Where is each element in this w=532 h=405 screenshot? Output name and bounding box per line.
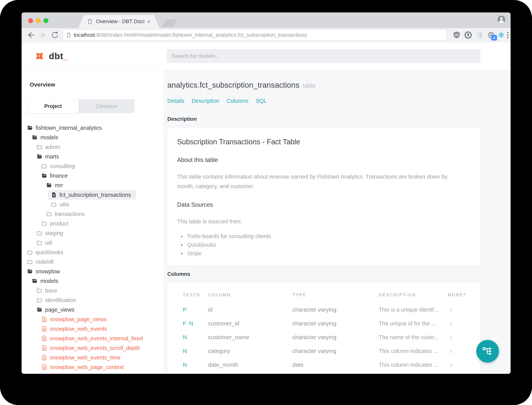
tab-close-icon[interactable]: × [147,19,151,25]
tree-item-transactions[interactable]: transactions [22,209,164,219]
tree-item-label: util [45,240,52,246]
tree-item-consulting[interactable]: consulting [22,161,164,171]
tree-item-label: snowplow_web_events [50,326,107,332]
tree-item-label: admin [45,144,60,150]
snowflake-extension-icon[interactable]: ❄ [498,31,505,39]
expand-chevron-icon[interactable]: › [448,333,472,341]
column-name: category [208,348,292,354]
dbt-logo[interactable]: dbt_ [33,50,68,62]
tree-item-snowplow_web_events[interactable]: snowplow_web_events [22,324,164,334]
folder-open-icon [27,125,33,131]
expand-chevron-icon[interactable]: › [448,319,472,327]
tree-item-snowplow_web_events_internal_fixed[interactable]: snowplow_web_events_internal_fixed [22,334,164,343]
nav-link-description[interactable]: Description [192,98,219,104]
browser-menu-icon[interactable] [507,32,508,38]
tree-item-utils[interactable]: utils [22,200,164,209]
tree-item-admin[interactable]: admin [22,142,164,152]
tree-item-identification[interactable]: identification [22,295,164,305]
tree-item-label: page_views [45,307,74,313]
sidebar: Overview Project Database fishtown_inter… [22,70,164,373]
back-button[interactable] [26,31,35,39]
sidebar-tab-switcher: Project Database [27,99,134,113]
tree-item-finance[interactable]: finance [22,171,164,181]
close-window-button[interactable] [28,18,33,23]
nav-link-details[interactable]: Details [167,98,184,104]
folder-closed-icon [46,211,52,217]
data-sources-intro: This table is sourced from: [177,217,460,226]
nav-link-sql[interactable]: SQL [256,98,267,104]
tree-item-snowplow_web_page_context[interactable]: snowplow_web_page_context [22,362,164,372]
column-row-date_month[interactable]: Ndate_monthdateThis column indicates ...… [183,358,472,372]
sidebar-title[interactable]: Overview [30,81,164,88]
tree-item-models[interactable]: models [22,133,164,142]
tab-project[interactable]: Project [27,99,79,113]
forward-button[interactable] [39,31,47,39]
search-input[interactable] [167,49,480,63]
tree-item-label: base [45,288,57,294]
tree-item-models[interactable]: models [22,276,164,286]
tree-item-redshift[interactable]: redshift [22,257,164,267]
folder-open-icon [32,135,38,140]
browser-window: Overview - DBT Docs × loca [22,13,511,374]
expand-chevron-icon[interactable]: › [448,347,472,355]
tree-item-product[interactable]: product [22,219,164,228]
onepassword-extension-icon[interactable] [464,31,472,39]
tree-item-label: quickbooks [36,249,63,256]
new-tab-button[interactable] [162,19,177,27]
reload-button[interactable] [51,31,59,39]
browser-tab[interactable]: Overview - DBT Docs × [78,15,160,28]
url-bar[interactable]: localhost:8080/index.html#!/model/model.… [63,29,447,40]
lineage-graph-button[interactable] [476,340,499,363]
folder-open-icon [32,278,38,284]
window-controls [28,18,48,23]
tree-item-label: snowplow_web_events_scroll_depth [50,345,140,351]
folder-open-icon [37,307,42,313]
tab-title: Overview - DBT Docs [96,19,144,25]
tree-item-staging[interactable]: staging [22,228,164,238]
desktop-background: Overview - DBT Docs × loca [0,0,532,405]
file-red-icon [41,326,47,332]
tree-item-fishtown_internal_analytics[interactable]: fishtown_internal_analytics [22,123,164,133]
column-name: id [208,306,292,313]
tree-item-quickbooks[interactable]: quickbooks [22,248,164,257]
tree-item-util[interactable]: util [22,238,164,248]
maximize-window-button[interactable] [43,18,48,23]
nav-link-columns[interactable]: Columns [227,98,248,104]
profile-avatar-icon[interactable] [497,15,506,24]
expand-chevron-icon[interactable]: › [448,306,472,314]
ublock-extension-icon[interactable]: uO [453,31,461,39]
expand-chevron-icon[interactable]: › [448,361,472,369]
data-sources-list: Trello boards for consulting clients Qui… [185,232,471,258]
tree-item-snowplow_web_events_scroll_depth[interactable]: snowplow_web_events_scroll_depth [22,343,164,353]
column-row-category[interactable]: Ncategorycharacter varyingThis column in… [183,344,472,358]
tree-item-mrr[interactable]: mrr [22,181,164,190]
tree-item-label: snowplow_web_page_context [50,364,124,370]
lineage-graph-icon [481,345,494,357]
tree-item-snowplow_web_events_time[interactable]: snowplow_web_events_time [22,353,164,362]
tree-item-snowplow[interactable]: snowplow [22,267,164,276]
column-description: The name of the custo... [379,334,448,340]
folder-closed-icon [41,221,47,226]
column-tests: P [183,306,208,313]
folder-closed-icon [37,230,42,236]
dbt-logo-icon [33,50,46,62]
tree-item-page_views[interactable]: page_views [22,305,164,314]
tree-item-base[interactable]: base [22,286,164,295]
minimize-window-button[interactable] [36,18,41,23]
tree-item-snowplow_page_views[interactable]: snowplow_page_views [22,314,164,324]
column-tests: F N [183,320,208,327]
opera-extension-icon[interactable] [476,31,484,39]
tab-database[interactable]: Database [79,99,134,113]
tree-item-fct_subscription_transactions[interactable]: fct_subscription_transactions [22,190,164,200]
column-row-id[interactable]: Pidcharacter varyingThis is a unique ide… [183,303,472,317]
tree-item-label: consulting [50,163,75,169]
column-tests: N [183,362,208,368]
folder-closed-icon [27,250,33,255]
tree-item-marts[interactable]: marts [22,152,164,161]
onetab-extension-icon[interactable]: x [487,31,495,39]
about-text: This table contains information about re… [177,172,460,191]
folder-closed-icon [27,259,33,265]
about-heading: About this table [177,156,471,163]
column-row-customer_id[interactable]: F Ncustomer_idcharacter varyingThe uniqu… [183,317,472,330]
column-row-customer_name[interactable]: Ncustomer_namecharacter varyingThe name … [183,330,472,344]
